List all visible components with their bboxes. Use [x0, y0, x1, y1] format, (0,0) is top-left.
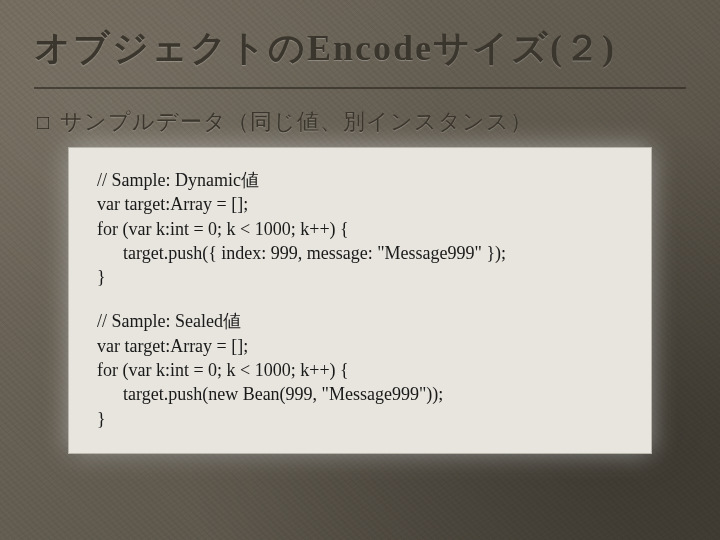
- code-line: target.push({ index: 999, message: "Mess…: [97, 241, 623, 265]
- code-panel: // Sample: Dynamic値 var target:Array = […: [68, 147, 652, 454]
- code-line: var target:Array = [];: [97, 192, 623, 216]
- bullet-glyph-icon: □: [34, 112, 52, 132]
- code-block-sealed: // Sample: Sealed値 var target:Array = []…: [97, 309, 623, 430]
- page-title: オブジェクトのEncodeサイズ(２): [34, 24, 686, 89]
- code-line: }: [97, 265, 623, 289]
- code-line: for (var k:int = 0; k < 1000; k++) {: [97, 217, 623, 241]
- code-line: for (var k:int = 0; k < 1000; k++) {: [97, 358, 623, 382]
- code-line: target.push(new Bean(999, "Message999"))…: [97, 382, 623, 406]
- slide: オブジェクトのEncodeサイズ(２) □ サンプルデータ（同じ値、別インスタン…: [0, 0, 720, 540]
- code-line: var target:Array = [];: [97, 334, 623, 358]
- bullet-text: サンプルデータ（同じ値、別インスタンス）: [60, 107, 533, 137]
- code-line: // Sample: Dynamic値: [97, 168, 623, 192]
- bullet-item: □ サンプルデータ（同じ値、別インスタンス）: [34, 107, 686, 137]
- code-line: }: [97, 407, 623, 431]
- code-line: // Sample: Sealed値: [97, 309, 623, 333]
- code-block-dynamic: // Sample: Dynamic値 var target:Array = […: [97, 168, 623, 289]
